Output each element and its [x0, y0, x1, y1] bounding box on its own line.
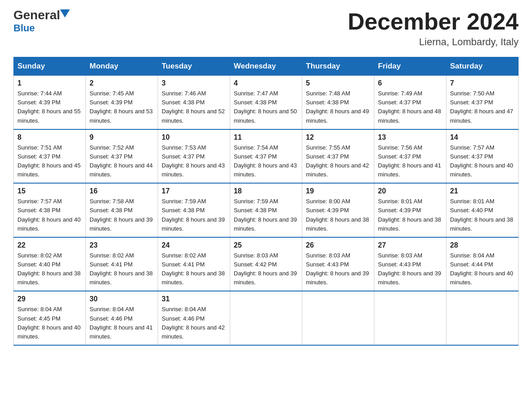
- calendar-cell: 30 Sunrise: 8:04 AMSunset: 4:46 PMDaylig…: [86, 291, 158, 345]
- day-number: 27: [378, 241, 442, 249]
- day-number: 20: [378, 187, 442, 195]
- day-number: 23: [90, 241, 154, 249]
- day-number: 24: [162, 241, 226, 249]
- day-number: 12: [306, 133, 370, 141]
- day-header-monday: Monday: [86, 57, 158, 76]
- day-number: 19: [306, 187, 370, 195]
- day-number: 25: [234, 241, 298, 249]
- calendar-cell: 23 Sunrise: 8:02 AMSunset: 4:41 PMDaylig…: [86, 237, 158, 291]
- calendar-week-row: 29 Sunrise: 8:04 AMSunset: 4:45 PMDaylig…: [14, 291, 519, 345]
- day-number: 15: [17, 187, 82, 195]
- logo: General Blue: [13, 9, 70, 34]
- day-number: 6: [378, 79, 442, 87]
- calendar-cell: 10 Sunrise: 7:53 AMSunset: 4:37 PMDaylig…: [158, 129, 230, 184]
- day-info: Sunrise: 7:58 AMSunset: 4:38 PMDaylight:…: [90, 197, 154, 233]
- day-number: 7: [450, 79, 515, 87]
- calendar-header-row: SundayMondayTuesdayWednesdayThursdayFrid…: [14, 57, 519, 76]
- day-info: Sunrise: 8:01 AMSunset: 4:39 PMDaylight:…: [378, 197, 442, 233]
- calendar-cell: 3 Sunrise: 7:46 AMSunset: 4:38 PMDayligh…: [158, 76, 230, 129]
- day-number: 14: [450, 133, 515, 141]
- day-info: Sunrise: 8:02 AMSunset: 4:41 PMDaylight:…: [162, 251, 226, 287]
- calendar-cell: [230, 291, 302, 345]
- calendar-cell: 14 Sunrise: 7:57 AMSunset: 4:37 PMDaylig…: [446, 129, 519, 184]
- day-header-tuesday: Tuesday: [158, 57, 230, 76]
- day-info: Sunrise: 7:50 AMSunset: 4:37 PMDaylight:…: [450, 89, 515, 125]
- day-info: Sunrise: 7:44 AMSunset: 4:39 PMDaylight:…: [17, 89, 82, 125]
- calendar-cell: 15 Sunrise: 7:57 AMSunset: 4:38 PMDaylig…: [14, 183, 86, 237]
- day-number: 9: [90, 133, 154, 141]
- day-info: Sunrise: 7:55 AMSunset: 4:37 PMDaylight:…: [306, 143, 370, 180]
- title-block: December 2024 Lierna, Lombardy, Italy: [348, 9, 519, 48]
- day-number: 29: [17, 295, 82, 303]
- calendar-cell: 31 Sunrise: 8:04 AMSunset: 4:46 PMDaylig…: [158, 291, 230, 345]
- calendar-cell: 11 Sunrise: 7:54 AMSunset: 4:37 PMDaylig…: [230, 129, 302, 184]
- day-info: Sunrise: 7:51 AMSunset: 4:37 PMDaylight:…: [17, 143, 82, 180]
- calendar-week-row: 15 Sunrise: 7:57 AMSunset: 4:38 PMDaylig…: [14, 183, 519, 237]
- day-number: 8: [17, 133, 82, 141]
- calendar-cell: 12 Sunrise: 7:55 AMSunset: 4:37 PMDaylig…: [302, 129, 374, 184]
- day-info: Sunrise: 8:04 AMSunset: 4:44 PMDaylight:…: [450, 251, 515, 287]
- calendar-cell: 8 Sunrise: 7:51 AMSunset: 4:37 PMDayligh…: [14, 129, 86, 184]
- logo-triangle-icon: [60, 9, 70, 17]
- calendar-week-row: 8 Sunrise: 7:51 AMSunset: 4:37 PMDayligh…: [14, 129, 519, 184]
- day-info: Sunrise: 7:57 AMSunset: 4:38 PMDaylight:…: [17, 197, 82, 233]
- day-number: 1: [17, 79, 82, 87]
- location: Lierna, Lombardy, Italy: [348, 36, 519, 48]
- calendar-cell: 5 Sunrise: 7:48 AMSunset: 4:38 PMDayligh…: [302, 76, 374, 129]
- day-info: Sunrise: 7:52 AMSunset: 4:37 PMDaylight:…: [90, 143, 154, 180]
- day-number: 21: [450, 187, 515, 195]
- calendar-week-row: 1 Sunrise: 7:44 AMSunset: 4:39 PMDayligh…: [14, 76, 519, 129]
- day-info: Sunrise: 8:01 AMSunset: 4:40 PMDaylight:…: [450, 197, 515, 233]
- calendar-cell: 2 Sunrise: 7:45 AMSunset: 4:39 PMDayligh…: [86, 76, 158, 129]
- day-info: Sunrise: 7:45 AMSunset: 4:39 PMDaylight:…: [90, 89, 154, 125]
- day-info: Sunrise: 7:48 AMSunset: 4:38 PMDaylight:…: [306, 89, 370, 125]
- day-info: Sunrise: 8:04 AMSunset: 4:45 PMDaylight:…: [17, 305, 82, 341]
- day-number: 22: [17, 241, 82, 249]
- day-number: 10: [162, 133, 226, 141]
- calendar-cell: 22 Sunrise: 8:02 AMSunset: 4:40 PMDaylig…: [14, 237, 86, 291]
- day-info: Sunrise: 8:02 AMSunset: 4:40 PMDaylight:…: [17, 251, 82, 287]
- calendar-cell: 13 Sunrise: 7:56 AMSunset: 4:37 PMDaylig…: [374, 129, 446, 184]
- calendar-cell: [374, 291, 446, 345]
- day-info: Sunrise: 7:46 AMSunset: 4:38 PMDaylight:…: [162, 89, 226, 125]
- calendar-cell: 27 Sunrise: 8:03 AMSunset: 4:43 PMDaylig…: [374, 237, 446, 291]
- svg-marker-0: [60, 9, 70, 17]
- calendar-cell: 29 Sunrise: 8:04 AMSunset: 4:45 PMDaylig…: [14, 291, 86, 345]
- calendar-cell: 1 Sunrise: 7:44 AMSunset: 4:39 PMDayligh…: [14, 76, 86, 129]
- day-info: Sunrise: 7:47 AMSunset: 4:38 PMDaylight:…: [234, 89, 298, 125]
- day-number: 3: [162, 79, 226, 87]
- day-number: 26: [306, 241, 370, 249]
- calendar-cell: [446, 291, 519, 345]
- logo-general: General: [13, 9, 60, 21]
- calendar-cell: [302, 291, 374, 345]
- calendar-cell: 4 Sunrise: 7:47 AMSunset: 4:38 PMDayligh…: [230, 76, 302, 129]
- day-info: Sunrise: 7:59 AMSunset: 4:38 PMDaylight:…: [234, 197, 298, 233]
- day-info: Sunrise: 8:03 AMSunset: 4:43 PMDaylight:…: [306, 251, 370, 287]
- calendar-cell: 26 Sunrise: 8:03 AMSunset: 4:43 PMDaylig…: [302, 237, 374, 291]
- day-number: 28: [450, 241, 515, 249]
- day-info: Sunrise: 7:49 AMSunset: 4:37 PMDaylight:…: [378, 89, 442, 125]
- day-number: 13: [378, 133, 442, 141]
- day-header-thursday: Thursday: [302, 57, 374, 76]
- day-number: 18: [234, 187, 298, 195]
- calendar-cell: 19 Sunrise: 8:00 AMSunset: 4:39 PMDaylig…: [302, 183, 374, 237]
- day-info: Sunrise: 7:56 AMSunset: 4:37 PMDaylight:…: [378, 143, 442, 180]
- day-number: 2: [90, 79, 154, 87]
- day-info: Sunrise: 8:00 AMSunset: 4:39 PMDaylight:…: [306, 197, 370, 233]
- calendar-table: SundayMondayTuesdayWednesdayThursdayFrid…: [13, 57, 519, 346]
- calendar-cell: 17 Sunrise: 7:59 AMSunset: 4:38 PMDaylig…: [158, 183, 230, 237]
- month-title: December 2024: [348, 9, 519, 34]
- day-header-sunday: Sunday: [14, 57, 86, 76]
- day-info: Sunrise: 8:02 AMSunset: 4:41 PMDaylight:…: [90, 251, 154, 287]
- day-info: Sunrise: 8:03 AMSunset: 4:42 PMDaylight:…: [234, 251, 298, 287]
- day-info: Sunrise: 8:03 AMSunset: 4:43 PMDaylight:…: [378, 251, 442, 287]
- day-number: 30: [90, 295, 154, 303]
- calendar-cell: 9 Sunrise: 7:52 AMSunset: 4:37 PMDayligh…: [86, 129, 158, 184]
- day-info: Sunrise: 7:59 AMSunset: 4:38 PMDaylight:…: [162, 197, 226, 233]
- day-info: Sunrise: 8:04 AMSunset: 4:46 PMDaylight:…: [90, 305, 154, 341]
- day-number: 11: [234, 133, 298, 141]
- day-number: 17: [162, 187, 226, 195]
- day-info: Sunrise: 7:54 AMSunset: 4:37 PMDaylight:…: [234, 143, 298, 180]
- page-header: General Blue December 2024 Lierna, Lomba…: [13, 9, 519, 48]
- day-info: Sunrise: 7:57 AMSunset: 4:37 PMDaylight:…: [450, 143, 515, 180]
